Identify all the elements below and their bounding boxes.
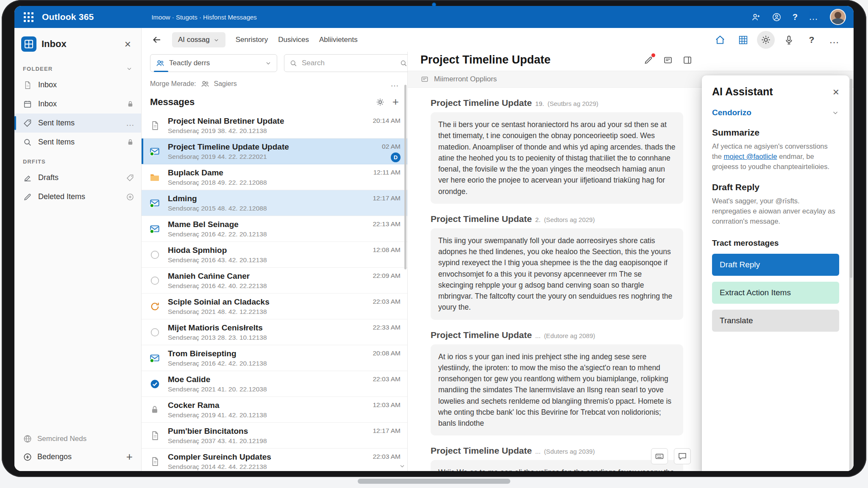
- sidebar-item-sent-items[interactable]: Sent Items …: [14, 114, 141, 133]
- help-icon[interactable]: ?: [803, 31, 821, 49]
- message-preview: Sendseraç 2021 41. 20. 22.12038: [168, 385, 370, 393]
- thread-message-title: Project Timeline Update: [431, 98, 532, 108]
- tag-icon: [126, 174, 134, 182]
- message-row[interactable]: Sciple Soinial an CladacksSendsoraç 2021…: [142, 294, 407, 319]
- folder-section-label[interactable]: FOLDEER: [14, 58, 141, 75]
- message-row[interactable]: Moe CalideSendseraç 2021 41. 20. 22.1203…: [142, 371, 407, 397]
- sidebar-item-drafts[interactable]: Drafts: [14, 168, 141, 187]
- settings-icon[interactable]: [376, 97, 385, 107]
- scroll-down-icon[interactable]: [399, 463, 406, 469]
- ai-cossag-dropdown[interactable]: AI cossag: [172, 32, 225, 47]
- message-subject: Mame Bel Seinage: [168, 220, 370, 229]
- ai-assistant-panel: AI Assistant × Cendorizo Summarize Af ye…: [702, 75, 849, 471]
- more-options-icon[interactable]: …: [809, 11, 819, 22]
- message-row[interactable]: Project Neinal Bretiner UpdateSendseraç …: [142, 113, 407, 139]
- tab-abliivietents[interactable]: Abliivietents: [319, 36, 358, 44]
- message-row[interactable]: Mijet Matioris CenisłreltsSendseraç 2013…: [142, 319, 407, 345]
- actions-heading: Tract merostages: [712, 238, 839, 248]
- message-preview: Sendseraç 2019 41. 42. 20.12138: [168, 411, 370, 419]
- message-row[interactable]: Hioda SpmhiopSendseraç 2016 43. 42. 20.1…: [142, 242, 407, 268]
- message-time: 22:09 AM: [373, 272, 401, 280]
- message-subject: Buplack Dame: [168, 168, 371, 177]
- app-launcher-icon[interactable]: [22, 11, 35, 24]
- keyboard-icon[interactable]: [651, 448, 668, 464]
- message-row[interactable]: Pum'bier BincitatonsSendseraç 2037 43. 4…: [142, 423, 407, 449]
- sidebar-footer-secured[interactable]: Semcired Neds: [23, 434, 133, 444]
- project-link[interactable]: moject @faotlicle: [724, 152, 777, 160]
- back-icon[interactable]: [152, 35, 162, 45]
- more-options-icon[interactable]: …: [390, 79, 399, 89]
- account-icon[interactable]: [772, 12, 782, 22]
- summarize-text: Af yectica ne agsiyen's conversstions th…: [712, 141, 839, 172]
- message-row[interactable]: Trom BireiseptingSendseraç 2016 42. 42. …: [142, 345, 407, 371]
- list-scrollbar[interactable]: [404, 85, 406, 269]
- search-icon: [23, 138, 32, 147]
- tab-senristory[interactable]: Senristory: [236, 36, 268, 44]
- notification-dot: [651, 53, 655, 57]
- message-subject: Project Neinal Bretiner Update: [168, 116, 370, 126]
- people-filter-dropdown[interactable]: Teactly derrs: [150, 54, 277, 72]
- add-icon[interactable]: +: [126, 450, 133, 463]
- sidebar-footer-bedengos[interactable]: Bedengos +: [23, 450, 133, 463]
- extract-action-items-button[interactable]: Extract Action Items: [712, 282, 839, 304]
- message-row-highlighted[interactable]: LdmingSendsoraç 2015 48. 42. 22.12088 12…: [142, 190, 407, 216]
- message-time: 12:17 AM: [373, 427, 401, 435]
- message-time: 22:13 AM: [373, 220, 401, 228]
- message-row[interactable]: Compler Sureinch UpdatesSendsoraç 2014 4…: [142, 449, 407, 471]
- chat-icon[interactable]: [674, 448, 691, 464]
- new-message-icon[interactable]: +: [392, 95, 399, 108]
- window-scrollbar[interactable]: [850, 79, 852, 278]
- help-icon[interactable]: ?: [793, 12, 798, 22]
- close-sidebar-icon[interactable]: ×: [121, 38, 134, 51]
- sync-icon: [142, 294, 168, 319]
- drafts-section-label[interactable]: DRFITS: [14, 152, 141, 168]
- app-window: Outlook 365 Imoow · Stugots · Hisfonst M…: [14, 6, 854, 471]
- user-avatar[interactable]: [830, 9, 846, 25]
- thread-message[interactable]: Project Timeline Update 19. (Seutbrs ag …: [431, 98, 683, 204]
- message-row[interactable]: Manieh Cańine CanerSendseraç 2016 42. 40…: [142, 268, 407, 294]
- thread-message[interactable]: Project Timeline Update ... (Edutore ag …: [431, 330, 683, 436]
- thread-message[interactable]: Project Timeline Update ... (Sduters ag …: [431, 446, 683, 471]
- more-options-icon[interactable]: …: [826, 31, 843, 49]
- message-time: 22:03 AM: [373, 453, 401, 460]
- mic-icon[interactable]: [780, 31, 798, 49]
- message-row[interactable]: Buplack DameSendsoraç 2018 49. 22. 22.12…: [142, 164, 407, 190]
- message-row-selected[interactable]: Project Timeline Update UpdateSendsoraç …: [142, 139, 407, 164]
- translate-button[interactable]: Translate: [712, 310, 839, 332]
- home-icon[interactable]: [711, 31, 729, 49]
- mail-icon: [142, 216, 168, 241]
- settings-icon[interactable]: [757, 31, 775, 49]
- draft-reply-button[interactable]: Draft Reply: [712, 254, 839, 276]
- sidebar-item-sent-items-2[interactable]: Sent Items: [14, 133, 141, 152]
- breadcrumb: Imoow · Stugots · Hisfonst Messages: [151, 14, 256, 21]
- search-box: [284, 54, 413, 72]
- thread-message-title: Project Timeline Update: [431, 214, 532, 224]
- sidebar-item-inbox-2[interactable]: Inbox: [14, 94, 141, 114]
- thread-message[interactable]: Project Timeline Update 2. (Sedtors ag 2…: [431, 214, 683, 320]
- tab-dusivices[interactable]: Dusivices: [278, 36, 309, 44]
- message-subject: Manieh Cańine Caner: [168, 272, 370, 281]
- draft-reply-heading: Draft Reply: [712, 182, 839, 192]
- message-preview: Sendseraç 2016 43. 42. 20.12138: [168, 256, 370, 264]
- split-panel-icon[interactable]: [682, 55, 693, 65]
- apps-grid-icon[interactable]: [734, 31, 752, 49]
- merge-value[interactable]: Sagiers: [214, 80, 237, 88]
- edit-pencil-icon[interactable]: [643, 55, 654, 65]
- sidebar-item-inbox[interactable]: Inbox: [14, 75, 141, 94]
- document-icon: [142, 449, 168, 471]
- more-options-icon[interactable]: …: [126, 118, 134, 128]
- search-input[interactable]: [302, 59, 395, 67]
- close-icon[interactable]: ×: [833, 86, 839, 97]
- sidebar-item-deleted-items[interactable]: Deleted Items: [14, 187, 141, 206]
- person-add-icon[interactable]: [751, 12, 761, 22]
- folder-sidebar: Inbox × FOLDEER Inbox Inbox Sent Items …: [14, 28, 142, 471]
- edit-icon: [23, 173, 32, 183]
- message-row[interactable]: Cocker RamaSendseraç 2019 41. 42. 20.121…: [142, 397, 407, 423]
- message-subject: Cocker Rama: [168, 401, 370, 410]
- pencil-icon: [23, 192, 32, 202]
- cendorizo-dropdown[interactable]: Cendorizo: [712, 108, 839, 117]
- thread-message-number: 2.: [535, 216, 541, 223]
- message-row[interactable]: Mame Bel SeinageSendseraç 2016 42. 22. 2…: [142, 216, 407, 242]
- note-card-icon[interactable]: [663, 55, 673, 65]
- search-icon[interactable]: [400, 59, 408, 67]
